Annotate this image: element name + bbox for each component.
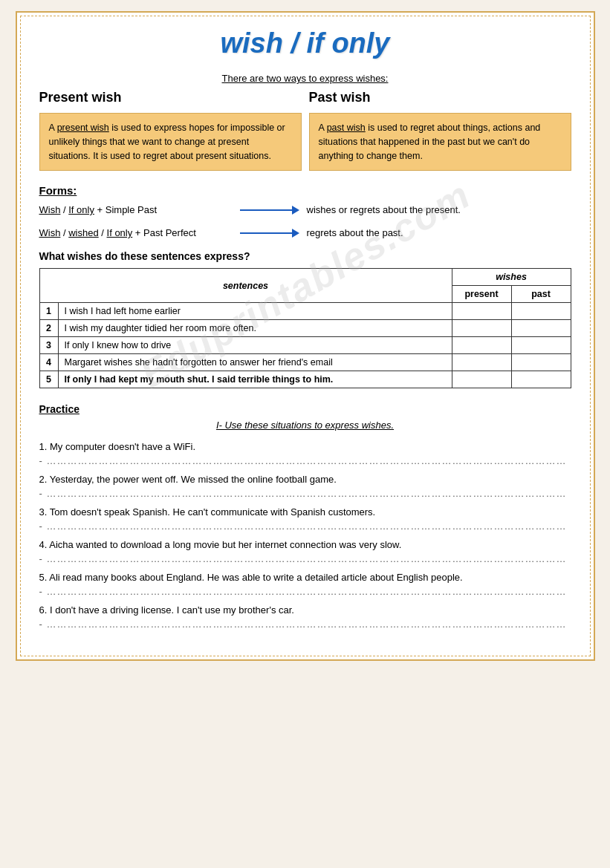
row-number: 5: [39, 371, 58, 388]
row-present-check: [452, 320, 511, 337]
practice-item: 2. Yesterday, the power went off. We mis…: [39, 474, 571, 499]
practice-title: Practice: [39, 403, 571, 415]
past-wish-heading: Past wish: [302, 90, 571, 105]
form-result-1: wishes or regrets about the present.: [307, 204, 461, 215]
form-line-1: Wish / If only + Simple Past wishes or r…: [39, 204, 571, 215]
row-present-check: [452, 337, 511, 354]
row-sentence: Margaret wishes she hadn't forgotten to …: [58, 354, 452, 371]
row-sentence: I wish I had left home earlier: [58, 303, 452, 320]
table-row: 2I wish my daughter tidied her room more…: [39, 320, 571, 337]
page: Eduprintables.com wish / if only There a…: [16, 11, 595, 661]
present-col-header: present: [452, 286, 511, 303]
practice-answer-line: - ………………………………………………………………………………………………………: [39, 521, 571, 532]
table-question: What wishes do these sentences express?: [39, 250, 571, 262]
practice-answer-line: - ………………………………………………………………………………………………………: [39, 455, 571, 466]
practice-answer-line: - ………………………………………………………………………………………………………: [39, 619, 571, 630]
row-number: 3: [39, 337, 58, 354]
present-wish-heading: Present wish: [39, 90, 302, 105]
practice-items: 1. My computer doesn't have a WiFi.- …………: [39, 441, 571, 630]
definition-row: A present wish is used to express hopes …: [39, 113, 571, 171]
intro-line: There are two ways to express wishes:: [39, 73, 571, 84]
practice-subtitle: I- Use these situations to express wishe…: [39, 420, 571, 431]
practice-situation: 4. Aicha wanted to download a long movie…: [39, 539, 571, 550]
row-past-check: [511, 371, 571, 388]
form-result-2: regrets about the past.: [307, 227, 403, 238]
form-formula-1: Wish / If only + Simple Past: [39, 204, 233, 215]
row-sentence: I wish my daughter tidied her room more …: [58, 320, 452, 337]
table-row: 4Margaret wishes she hadn't forgotten to…: [39, 354, 571, 371]
row-past-check: [511, 337, 571, 354]
practice-item: 1. My computer doesn't have a WiFi.- …………: [39, 441, 571, 466]
practice-item: 4. Aicha wanted to download a long movie…: [39, 539, 571, 564]
present-wish-text: A present wish is used to express hopes …: [49, 123, 285, 161]
row-past-check: [511, 354, 571, 371]
table-row: 3If only I knew how to drive: [39, 337, 571, 354]
forms-title: Forms:: [39, 184, 571, 197]
practice-situation: 1. My computer doesn't have a WiFi.: [39, 441, 571, 452]
wishes-col-header: wishes: [452, 269, 571, 286]
table-row: 1I wish I had left home earlier: [39, 303, 571, 320]
practice-situation: 3. Tom doesn't speak Spanish. He can't c…: [39, 506, 571, 518]
row-present-check: [452, 354, 511, 371]
present-wish-box: A present wish is used to express hopes …: [39, 113, 302, 171]
practice-answer-line: - ………………………………………………………………………………………………………: [39, 586, 571, 597]
form-formula-2: Wish / wished / If only + Past Perfect: [39, 227, 233, 238]
form-line-2: Wish / wished / If only + Past Perfect r…: [39, 227, 571, 238]
row-present-check: [452, 303, 511, 320]
practice-situation: 2. Yesterday, the power went off. We mis…: [39, 474, 571, 485]
practice-item: 6. I don't have a driving license. I can…: [39, 604, 571, 630]
wishes-table: sentences wishes present past 1I wish I …: [39, 268, 571, 388]
row-sentence: If only I knew how to drive: [58, 337, 452, 354]
practice-situation: 5. Ali read many books about England. He…: [39, 572, 571, 583]
row-number: 4: [39, 354, 58, 371]
practice-answer-line: - ………………………………………………………………………………………………………: [39, 488, 571, 499]
table-body: 1I wish I had left home earlier2I wish m…: [39, 303, 571, 388]
arrow-2: [240, 228, 299, 238]
row-number: 2: [39, 320, 58, 337]
sentences-col-header: sentences: [39, 269, 452, 303]
practice-answer-line: - ………………………………………………………………………………………………………: [39, 553, 571, 564]
practice-situation: 6. I don't have a driving license. I can…: [39, 604, 571, 616]
page-title: wish / if only: [39, 27, 571, 59]
row-past-check: [511, 320, 571, 337]
arrow-1: [240, 205, 299, 215]
past-col-header: past: [511, 286, 571, 303]
practice-item: 5. Ali read many books about England. He…: [39, 572, 571, 597]
wish-headers: Present wish Past wish: [39, 90, 571, 105]
past-wish-text: A past wish is used to regret about thin…: [319, 123, 541, 161]
row-sentence: If only I had kept my mouth shut. I said…: [58, 371, 452, 388]
table-top-header-row: sentences wishes: [39, 269, 571, 286]
row-past-check: [511, 303, 571, 320]
past-wish-box: A past wish is used to regret about thin…: [309, 113, 571, 171]
row-present-check: [452, 371, 511, 388]
practice-item: 3. Tom doesn't speak Spanish. He can't c…: [39, 506, 571, 532]
row-number: 1: [39, 303, 58, 320]
table-row: 5If only I had kept my mouth shut. I sai…: [39, 371, 571, 388]
